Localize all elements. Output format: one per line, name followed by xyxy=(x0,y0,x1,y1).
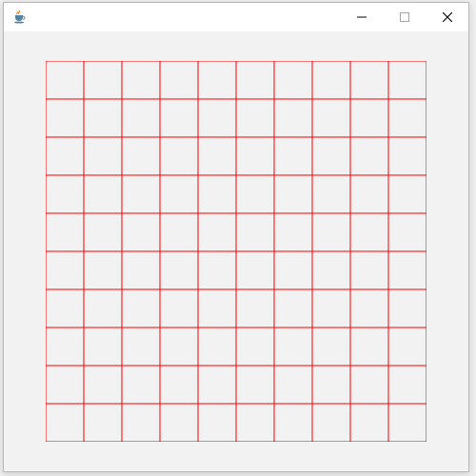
client-area xyxy=(4,31,468,471)
window-controls xyxy=(340,3,468,31)
titlebar[interactable] xyxy=(4,3,468,31)
app-window xyxy=(3,2,469,472)
grid-canvas xyxy=(46,61,426,442)
maximize-button[interactable] xyxy=(383,3,426,31)
svg-point-0 xyxy=(14,22,24,24)
minimize-button[interactable] xyxy=(340,3,383,31)
svg-rect-2 xyxy=(400,13,408,22)
java-cup-icon xyxy=(11,10,27,25)
grid-svg xyxy=(46,61,426,442)
close-button[interactable] xyxy=(426,3,468,31)
